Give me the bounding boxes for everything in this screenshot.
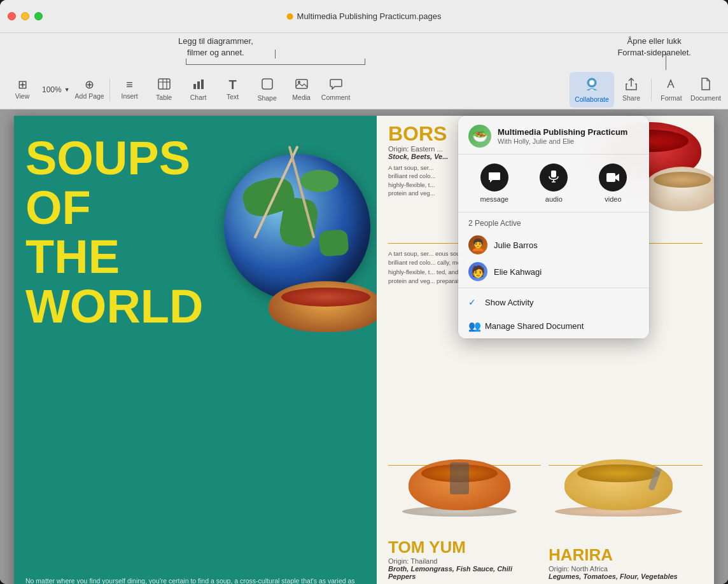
window-title-area: Multimedia Publishing Practicum.pages: [287, 11, 442, 21]
tom-yum-bowl: [402, 459, 517, 517]
document-scroll-area[interactable]: SOUPSOFTHEWORLD: [0, 109, 728, 584]
annotation-right: Åpne eller lukkFormat-sidepanelet.: [617, 36, 691, 59]
format-icon: [665, 78, 678, 92]
video-action-label: video: [605, 195, 621, 203]
manage-shared-menu-item[interactable]: 👥 Manage Shared Document: [458, 314, 649, 338]
toolbar-view-button[interactable]: ⊞ View: [5, 72, 39, 108]
audio-icon: [540, 163, 568, 191]
svg-rect-4: [193, 84, 196, 89]
annotation-left: Legg til diagrammer,filmer og annet.: [178, 36, 253, 59]
show-activity-label: Show Activity: [485, 298, 534, 307]
svg-rect-7: [262, 79, 272, 89]
insert-label: Insert: [121, 92, 137, 100]
maximize-button[interactable]: [34, 12, 43, 20]
zoom-value: 100%: [42, 85, 62, 94]
collab-person-elie[interactable]: 🧑 Elie Kahwagi: [458, 258, 649, 285]
shape-label: Shape: [257, 94, 276, 102]
annotation-vline-left: [275, 50, 276, 59]
collab-person-julie[interactable]: 🧑‍🦱 Julie Barros: [458, 232, 649, 258]
toolbar-collaborate-button[interactable]: Collaborate: [570, 72, 614, 108]
share-label: Share: [622, 94, 640, 102]
toolbar-add-page-button[interactable]: ⊕ Add Page: [73, 72, 107, 108]
globe-illustration: [224, 154, 370, 300]
zoom-control[interactable]: 100% ▼: [39, 72, 73, 108]
chart-label: Chart: [190, 94, 207, 101]
format-label: Format: [661, 94, 682, 102]
show-activity-check-icon: ✓: [468, 297, 479, 307]
minimize-button[interactable]: [21, 12, 29, 20]
audio-action-label: audio: [545, 195, 563, 203]
add-page-label: Add Page: [75, 92, 104, 100]
media-label: Media: [292, 94, 311, 101]
video-action-button[interactable]: video: [599, 163, 627, 203]
show-activity-menu-item[interactable]: ✓ Show Activity: [458, 291, 649, 314]
audio-action-button[interactable]: audio: [540, 163, 568, 203]
collab-actions: message audio: [458, 155, 649, 212]
toolbar-format-button[interactable]: Format: [654, 72, 689, 108]
collab-doc-subtitle: With Holly, Julie and Elie: [498, 137, 627, 145]
collab-doc-avatar: 🥗: [468, 125, 491, 148]
toolbar-insert-button[interactable]: ≡ Insert: [113, 72, 147, 108]
elie-name: Elie Kahwagi: [494, 267, 542, 277]
add-page-icon: ⊕: [85, 79, 94, 90]
toolbar-separator-1: [109, 78, 110, 101]
document-icon: [701, 78, 711, 92]
chart-icon: [192, 78, 205, 92]
document-modified-dot: [287, 13, 293, 20]
view-icon: ⊞: [18, 79, 27, 90]
comment-icon: [330, 78, 342, 92]
manage-shared-label: Manage Shared Document: [485, 321, 584, 331]
body-text: No matter where you find yourself dining…: [25, 576, 356, 584]
collaborate-icon: [583, 76, 601, 94]
comment-label: Comment: [321, 94, 351, 101]
svg-rect-0: [158, 79, 170, 89]
tom-yum-ingredients: Broth, Lemongrass, Fish Sauce, Chili Pep…: [388, 565, 541, 580]
collab-doc-name: Multimedia Publishing Practicum: [498, 127, 627, 137]
app-window: Multimedia Publishing Practicum.pages Le…: [0, 0, 728, 584]
annotation-area: Legg til diagrammer,filmer og annet. Åpn…: [0, 33, 728, 70]
media-icon: [295, 78, 308, 92]
table-icon: [158, 78, 171, 92]
collab-doc-info: Multimedia Publishing Practicum With Hol…: [498, 127, 627, 145]
close-button[interactable]: [8, 12, 16, 20]
toolbar-share-button[interactable]: Share: [614, 72, 648, 108]
tom-yum-title: TOM YUM: [388, 538, 541, 557]
harira-section: HARIRA Origin: North Africa Legumes, Tom…: [549, 545, 701, 580]
left-page: SOUPSOFTHEWORLD: [14, 116, 377, 584]
svg-point-11: [589, 80, 594, 85]
view-label: View: [15, 92, 30, 100]
annotation-bracket-left: [186, 59, 365, 65]
toolbar-document-button[interactable]: Document: [689, 72, 723, 108]
julie-avatar: 🧑‍🦱: [468, 235, 487, 254]
toolbar-shape-button[interactable]: Shape: [250, 72, 284, 108]
traffic-lights: [8, 12, 43, 20]
collab-header: 🥗 Multimedia Publishing Practicum With H…: [458, 116, 649, 155]
svg-rect-14: [606, 173, 615, 182]
toolbar-table-button[interactable]: Table: [147, 72, 181, 108]
toolbar-text-button[interactable]: T Text: [216, 72, 250, 108]
shape-icon: [261, 78, 274, 92]
collaborate-label: Collaborate: [575, 95, 609, 103]
message-icon: [480, 163, 508, 191]
right-side-bowl: [638, 167, 714, 211]
annotation-vline-right: [666, 52, 666, 70]
soups-title: SOUPSOFTHEWORLD: [25, 134, 204, 331]
toolbar-comment-button[interactable]: Comment: [319, 72, 353, 108]
video-icon: [599, 163, 627, 191]
text-icon: T: [229, 78, 237, 91]
harira-ingredients: Legumes, Tomatoes, Flour, Vegetables: [549, 573, 701, 580]
toolbar-separator-2: [651, 78, 652, 101]
harira-title: HARIRA: [549, 545, 701, 565]
svg-rect-6: [201, 80, 204, 89]
julie-name: Julie Barros: [494, 240, 538, 250]
share-icon: [626, 78, 637, 92]
harira-bowl: [555, 459, 682, 517]
svg-rect-5: [197, 81, 200, 89]
toolbar-chart-button[interactable]: Chart: [181, 72, 216, 108]
message-action-button[interactable]: message: [480, 163, 509, 203]
toolbar: ⊞ View 100% ▼ ⊕ Add Page ≡ Insert: [0, 70, 728, 109]
table-label: Table: [156, 94, 172, 101]
toolbar-media-button[interactable]: Media: [284, 72, 319, 108]
svg-rect-8: [296, 80, 307, 88]
soup-bowl-left: [269, 281, 377, 332]
